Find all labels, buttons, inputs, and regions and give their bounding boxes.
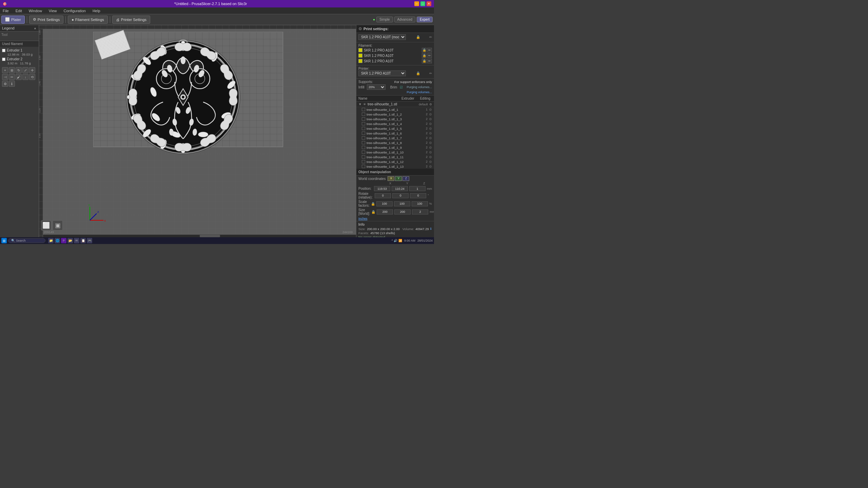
- menu-file[interactable]: File: [1, 8, 10, 13]
- legend-collapse[interactable]: ▲: [34, 26, 37, 30]
- y-axis-btn[interactable]: Y: [395, 176, 402, 181]
- brim-checkbox[interactable]: ☑: [400, 85, 403, 89]
- info-icon[interactable]: ℹ: [9, 81, 15, 87]
- obj-checkbox[interactable]: [362, 117, 365, 121]
- support-icon[interactable]: ↓: [22, 74, 28, 80]
- obj-settings-icon[interactable]: ⚙: [429, 155, 432, 159]
- scale-lock-icon[interactable]: 🔒: [371, 202, 375, 206]
- filament1-lock[interactable]: 🔒: [422, 48, 427, 53]
- position-z-input[interactable]: [409, 186, 426, 191]
- object-list-item[interactable]: tree-silhouette_1.stl_1_122⚙: [356, 159, 434, 164]
- object-list-item[interactable]: tree-silhouette_1.stl_1_92⚙: [356, 145, 434, 150]
- close-button[interactable]: ✕: [427, 1, 431, 6]
- obj-settings-icon[interactable]: ⚙: [429, 136, 432, 140]
- taskbar-app-4[interactable]: ✉: [74, 238, 79, 243]
- purging-volumes-btn[interactable]: Purging volumes...: [407, 85, 432, 89]
- maximize-button[interactable]: □: [420, 1, 425, 6]
- minimize-button[interactable]: ─: [414, 1, 419, 6]
- start-button[interactable]: ⊞: [1, 238, 7, 243]
- tab-printer-settings[interactable]: 🖨 Printer Settings: [112, 16, 150, 24]
- menu-edit[interactable]: Edit: [14, 8, 23, 13]
- scale-z-input[interactable]: [412, 201, 428, 206]
- object-list-item[interactable]: tree-silhouette_1.stl_1_42⚙: [356, 121, 434, 126]
- z-axis-btn[interactable]: Z: [402, 176, 409, 181]
- celtic-object[interactable]: [102, 35, 264, 156]
- arrange-icon[interactable]: ⊞: [9, 67, 15, 73]
- obj-checkbox[interactable]: [362, 131, 365, 135]
- unit-toggle[interactable]: Inches: [358, 217, 368, 220]
- object-list-item[interactable]: tree-silhouette_1.stl_1_102⚙: [356, 150, 434, 155]
- object-list-item[interactable]: tree-silhouette_1.stl_1_32⚙: [356, 117, 434, 121]
- obj-settings-icon[interactable]: ⚙: [429, 122, 432, 126]
- object-list-item[interactable]: tree-silhouette_1.stl_1_22⚙: [356, 112, 434, 117]
- rotate-y-input[interactable]: [392, 193, 409, 198]
- obj-checkbox[interactable]: [362, 136, 365, 140]
- menu-window[interactable]: Window: [27, 8, 43, 13]
- filament1-edit[interactable]: ✏: [427, 48, 432, 53]
- mode-simple[interactable]: Simple: [376, 17, 393, 22]
- obj-settings-icon[interactable]: ⚙: [429, 117, 432, 121]
- taskbar-search[interactable]: 🔍 Search: [8, 238, 45, 243]
- cut-icon[interactable]: ✂: [9, 74, 15, 80]
- filament2-lock[interactable]: 🔒: [422, 53, 427, 58]
- split-icon[interactable]: ⊣: [2, 74, 8, 80]
- object-list-item[interactable]: tree-silhouette_1.stl_1_132⚙: [356, 164, 434, 169]
- obj-checkbox[interactable]: [362, 146, 365, 149]
- object-list-item[interactable]: tree-silhouette_1.stl_1_82⚙: [356, 140, 434, 145]
- obj-settings-icon[interactable]: ⚙: [429, 113, 432, 116]
- obj-settings-icon[interactable]: ⚙: [429, 160, 432, 164]
- object-list-item[interactable]: tree-silhouette_1.stl_11⚙: [356, 107, 434, 112]
- size-y-input[interactable]: [394, 209, 411, 215]
- obj-checkbox[interactable]: [362, 122, 365, 125]
- rotate-icon[interactable]: ↻: [16, 67, 22, 73]
- obj-settings-icon[interactable]: ⚙: [429, 146, 432, 149]
- obj-settings-icon[interactable]: ⚙: [429, 131, 432, 135]
- parent-object-row[interactable]: ▼ 👁 tree-silhouette_1.stl default ⚙: [356, 102, 434, 107]
- obj-checkbox[interactable]: [362, 127, 365, 130]
- obj-checkbox[interactable]: [362, 165, 365, 168]
- size-x-input[interactable]: [377, 209, 393, 215]
- obj-settings-icon[interactable]: ⚙: [429, 165, 432, 168]
- obj-checkbox[interactable]: [362, 160, 365, 163]
- obj-checkbox[interactable]: [362, 150, 365, 154]
- object-list-item[interactable]: tree-silhouette_1.stl_1_72⚙: [356, 136, 434, 140]
- ortho-view-btn[interactable]: ▣: [53, 220, 63, 230]
- menu-view[interactable]: View: [47, 8, 58, 13]
- print-settings-select[interactable]: SKR 1.2 PRO A10T (modified): [358, 34, 406, 40]
- move-icon[interactable]: ✛: [29, 67, 35, 73]
- taskbar-app-6[interactable]: 🎮: [87, 238, 92, 243]
- tab-plater[interactable]: ⬜ Plater: [1, 16, 25, 24]
- rotate-x-input[interactable]: [375, 193, 391, 198]
- rotate-z-input[interactable]: [410, 193, 426, 198]
- obj-settings-icon[interactable]: ⚙: [429, 108, 432, 111]
- scale-icon[interactable]: ⤢: [22, 67, 28, 73]
- size-z-input[interactable]: [412, 209, 428, 215]
- object-list-item[interactable]: tree-silhouette_1.stl_1_62⚙: [356, 131, 434, 136]
- taskbar-app-2[interactable]: 🌐: [55, 238, 60, 243]
- taskbar-app-prusaslicer[interactable]: P: [61, 238, 66, 243]
- parent-eye-icon[interactable]: 👁: [363, 103, 366, 106]
- obj-checkbox[interactable]: [362, 141, 365, 144]
- parent-edit-icon[interactable]: ⚙: [429, 103, 432, 106]
- obj-settings-icon[interactable]: ⚙: [429, 127, 432, 130]
- taskbar-app-5[interactable]: 📋: [80, 238, 86, 243]
- obj-checkbox[interactable]: [362, 108, 365, 111]
- position-y-input[interactable]: [392, 186, 408, 191]
- menu-help[interactable]: Help: [91, 8, 102, 13]
- mode-advanced[interactable]: Advanced: [394, 17, 415, 22]
- object-list-item[interactable]: tree-silhouette_1.stl_1_112⚙: [356, 155, 434, 159]
- tab-print-settings[interactable]: ⚙ Print Settings: [29, 16, 63, 24]
- scale-x-input[interactable]: [376, 201, 393, 206]
- filament3-edit[interactable]: ✏: [427, 59, 432, 63]
- add-object-icon[interactable]: +: [2, 67, 8, 73]
- printer-select[interactable]: SKR 1.2 PRO A10T: [358, 70, 406, 76]
- purging-volumes-link[interactable]: Purging volumes...: [358, 90, 432, 94]
- x-axis-btn[interactable]: X: [388, 176, 394, 181]
- viewport[interactable]: 1.80 1.60 1.40 1.20 1.00: [39, 25, 356, 237]
- h-scrollbar-thumb[interactable]: [200, 235, 220, 237]
- paint-icon[interactable]: 🖌: [16, 74, 22, 80]
- filament3-lock[interactable]: 🔒: [422, 59, 427, 63]
- seam-icon[interactable]: ⟲: [29, 74, 35, 80]
- size-lock-icon[interactable]: 🔒: [371, 210, 375, 214]
- menu-configuration[interactable]: Configuration: [62, 8, 87, 13]
